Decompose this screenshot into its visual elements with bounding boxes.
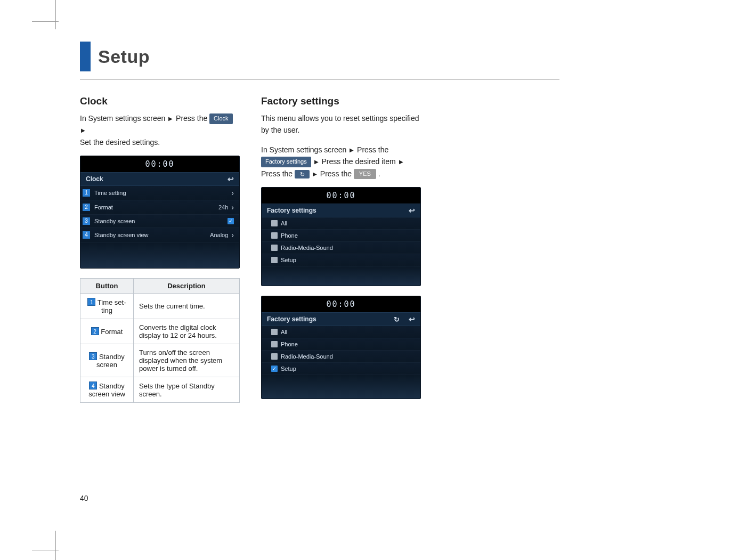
row-desc: Converts the digital clock display to 12… [134, 319, 240, 344]
yes-pill[interactable]: YES [354, 169, 376, 180]
factory-item-phone[interactable]: Phone [262, 230, 420, 242]
item-label: Radio-Media-Sound [278, 353, 415, 360]
back-icon[interactable]: ↩ [228, 175, 234, 183]
clock-row-standby-view[interactable]: 4 Standby screen view Analog › [80, 228, 239, 242]
clock-heading: Clock [80, 95, 240, 107]
factory-item-phone[interactable]: Phone [262, 338, 420, 351]
page-number: 40 [80, 494, 88, 502]
factory-screen1-title: Factory settings [267, 207, 316, 214]
row-label: Standby screen view [91, 232, 210, 238]
row-value: 24h [218, 204, 228, 210]
callout-3: 3 [83, 217, 90, 225]
clock-row-format[interactable]: 2 Format 24h › [80, 200, 239, 215]
row-btn-label: Time set- ting [98, 298, 126, 314]
table-row: 2 Format Converts the digital clock disp… [80, 319, 240, 344]
checkbox-icon [271, 245, 278, 251]
item-label: Setup [278, 366, 415, 372]
checkbox-icon [271, 232, 278, 239]
chevron-right-icon: › [231, 231, 234, 239]
factory-screen2-title: Factory settings [267, 315, 316, 323]
play-icon: ▶ [314, 159, 319, 165]
clock-screen-title: Clock [86, 175, 103, 183]
checkbox-icon [271, 353, 278, 360]
factory-pill[interactable]: Factory settings [261, 157, 311, 167]
screen-time: 00:00 [80, 156, 239, 172]
table-row: 1 Time set- ting Sets the current time. [80, 294, 240, 319]
factory-instr-item: Press the desired item [320, 157, 398, 166]
back-icon[interactable]: ↩ [409, 206, 415, 215]
header-icons: ↻ ↩ [394, 315, 415, 323]
factory-instructions: In System settings screen ▶ Press the Fa… [261, 144, 421, 180]
factory-item-setup[interactable]: Setup [262, 254, 420, 266]
row-desc: Turns on/off the screen displayed when t… [134, 344, 240, 377]
screen-time: 00:00 [262, 296, 420, 312]
factory-heading: Factory settings [261, 95, 421, 107]
row-btn-label: Format [101, 328, 123, 336]
factory-item-all[interactable]: All [262, 217, 420, 230]
callout-1: 1 [87, 298, 95, 306]
crop-mark [55, 531, 56, 560]
crop-mark [32, 21, 59, 22]
row-value: Analog [210, 232, 228, 238]
chevron-right-icon: › [231, 203, 234, 212]
item-label: Phone [278, 232, 415, 239]
clock-screen-header: Clock ↩ [80, 172, 239, 186]
clock-pill[interactable]: Clock [209, 113, 233, 124]
table-row: 4 Standby screen view Sets the type of S… [80, 377, 240, 403]
clock-instr-mid: Press the [174, 114, 209, 123]
clock-screen: 00:00 Clock ↩ 1 Time setting › 2 Format … [80, 156, 240, 269]
check-icon: ✓ [228, 218, 234, 224]
factory-screen-1: 00:00 Factory settings ↩ All Phone Radio… [261, 187, 421, 286]
clock-instructions: In System settings screen ▶ Press the Cl… [80, 112, 240, 148]
screen-filler [80, 242, 239, 268]
refresh-icon[interactable]: ↻ [394, 315, 400, 323]
col-factory: Factory settings This menu allows you to… [261, 95, 421, 409]
item-label: Setup [278, 257, 415, 263]
th-desc: Description [134, 279, 240, 294]
refresh-icon-pill[interactable]: ↻ [295, 170, 310, 178]
check-icon: ✓ [271, 366, 278, 372]
factory-instr-prefix: In System settings screen [261, 145, 348, 154]
table-row: 3 Standby screen Turns on/off the screen… [80, 344, 240, 377]
item-label: All [278, 329, 415, 335]
checkbox-icon [271, 329, 278, 335]
row-desc: Sets the current time. [134, 294, 240, 319]
callout-1: 1 [83, 189, 90, 197]
checkbox-icon [271, 257, 278, 263]
crop-mark [55, 0, 56, 29]
screen-filler [262, 375, 420, 399]
factory-screen-2: 00:00 Factory settings ↻ ↩ All Phone [261, 296, 421, 399]
screen-time: 00:00 [262, 188, 420, 204]
back-icon[interactable]: ↩ [409, 315, 415, 323]
checkbox-icon [271, 220, 278, 226]
item-label: All [278, 220, 415, 226]
play-icon: ▶ [81, 127, 85, 133]
callout-4: 4 [89, 382, 97, 389]
checkbox-icon [271, 341, 278, 347]
factory-item-all[interactable]: All [262, 326, 420, 338]
factory-instr-press: Press the [355, 145, 388, 154]
row-label: Format [91, 204, 218, 210]
col-clock: Clock In System settings screen ▶ Press … [80, 95, 240, 409]
page-title-row: Setup [80, 42, 559, 71]
item-label: Radio-Media-Sound [278, 245, 415, 251]
callout-3: 3 [89, 352, 97, 360]
clock-instr-prefix: In System settings screen [80, 114, 167, 123]
factory-item-radio[interactable]: Radio-Media-Sound [262, 351, 420, 363]
callout-2: 2 [83, 204, 90, 211]
clock-instr-suffix: Set the desired settings. [80, 138, 160, 147]
clock-row-standby-screen[interactable]: 3 Standby screen ✓ [80, 215, 239, 228]
factory-instr-press3: Press the [318, 169, 354, 178]
factory-instr-press2: Press the [261, 169, 295, 178]
clock-row-time-setting[interactable]: 1 Time setting › [80, 186, 239, 200]
row-label: Time setting [91, 190, 231, 196]
factory-item-setup[interactable]: ✓ Setup [262, 363, 420, 375]
row-desc: Sets the type of Standby screen. [134, 377, 240, 403]
factory-item-radio[interactable]: Radio-Media-Sound [262, 242, 420, 254]
play-icon: ▶ [350, 147, 354, 153]
screen-filler [262, 266, 420, 286]
factory-intro: This menu allows you to reset settings s… [261, 112, 421, 136]
period: . [378, 169, 380, 178]
factory-screen2-header: Factory settings ↻ ↩ [262, 312, 420, 326]
item-label: Phone [278, 341, 415, 347]
